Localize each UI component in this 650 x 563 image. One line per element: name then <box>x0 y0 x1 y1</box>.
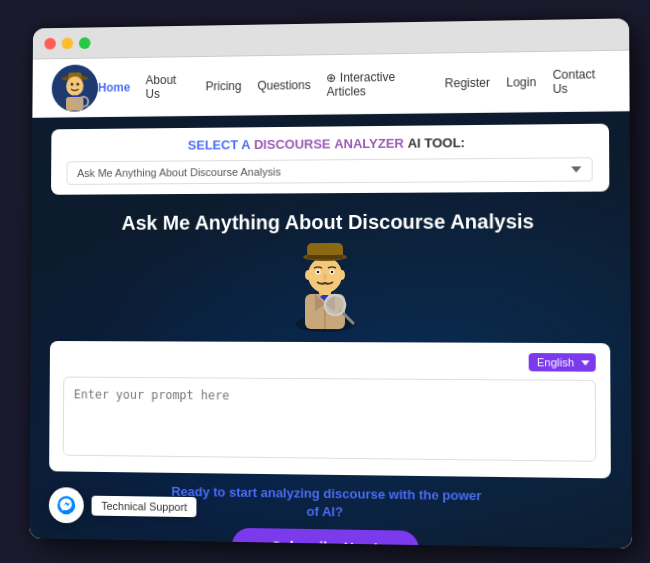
main-content: SELECT A DISCOURSE ANALYZER AI TOOL: Ask… <box>29 111 632 548</box>
chat-icon[interactable] <box>49 487 84 523</box>
title-select-a: SELECT A <box>188 137 251 152</box>
detective-avatar <box>285 238 365 333</box>
nav-links: Home About Us Pricing Questions ⊕ Intera… <box>98 66 609 100</box>
nav-about[interactable]: About Us <box>146 72 190 100</box>
close-button[interactable] <box>44 37 56 49</box>
tool-selector-panel: SELECT A DISCOURSE ANALYZER AI TOOL: Ask… <box>51 123 609 194</box>
nav-login[interactable]: Login <box>506 74 536 88</box>
detective-image-area <box>31 238 631 335</box>
ready-text-line2: of AI? <box>307 503 343 519</box>
logo-area <box>52 63 98 110</box>
interaction-area: English <box>49 340 611 477</box>
page-title-area: Ask Me Anything About Discourse Analysis <box>31 191 630 244</box>
title-analyzer: ANALYZER <box>334 135 404 151</box>
nav-questions[interactable]: Questions <box>257 77 310 92</box>
title-discourse: DISCOURSE <box>254 136 331 152</box>
logo <box>52 63 98 110</box>
title-ai-tool: AI TOOL: <box>408 135 465 151</box>
logo-svg <box>52 63 98 110</box>
subscribe-button[interactable]: Subscribe Now! <box>232 528 419 549</box>
detective-illustration <box>285 238 365 333</box>
chat-label: Technical Support <box>92 495 197 517</box>
tool-selector-title: SELECT A DISCOURSE ANALYZER AI TOOL: <box>67 133 593 153</box>
navbar: Home About Us Pricing Questions ⊕ Intera… <box>32 50 629 117</box>
language-select[interactable]: English <box>529 353 596 372</box>
nav-articles[interactable]: ⊕ Interactive Articles <box>327 69 429 98</box>
tool-dropdown[interactable]: Ask Me Anything About Discourse Analysis <box>66 157 592 185</box>
prompt-textarea[interactable] <box>63 376 596 461</box>
browser-window: Home About Us Pricing Questions ⊕ Intera… <box>29 18 632 548</box>
messenger-icon <box>57 495 77 515</box>
nav-pricing[interactable]: Pricing <box>206 78 242 92</box>
nav-home[interactable]: Home <box>98 80 130 94</box>
lang-select-row: English <box>63 350 595 371</box>
nav-register[interactable]: Register <box>445 75 490 90</box>
svg-point-29 <box>325 295 345 315</box>
maximize-button[interactable] <box>79 36 91 48</box>
chat-widget[interactable]: Technical Support <box>49 487 197 525</box>
page-title: Ask Me Anything About Discourse Analysis <box>51 209 610 234</box>
nav-contact[interactable]: Contact Us <box>553 66 609 95</box>
ready-text-line1: Ready to start analyzing discourse with … <box>171 483 481 502</box>
minimize-button[interactable] <box>62 37 74 49</box>
browser-content: Home About Us Pricing Questions ⊕ Intera… <box>29 50 632 548</box>
svg-rect-27 <box>307 254 343 258</box>
